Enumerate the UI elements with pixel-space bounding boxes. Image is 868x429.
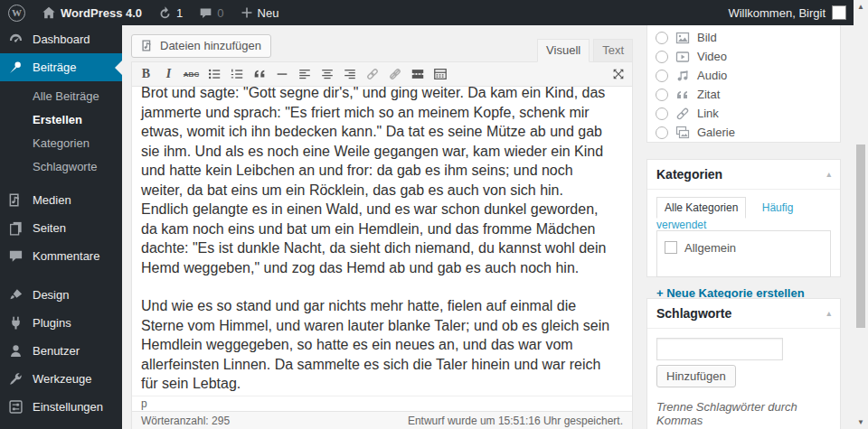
bullet-list-icon xyxy=(207,67,222,81)
format-option-zitat: Zitat xyxy=(647,85,840,104)
beitraege-submenu: Alle Beiträge Erstellen Kategorien Schla… xyxy=(0,81,122,186)
site-link[interactable]: WordPress 4.0 xyxy=(33,0,150,25)
editor-box: B I ABC xyxy=(131,61,633,429)
tags-title: Schlagworte xyxy=(656,306,731,321)
tab-all-categories[interactable]: Alle Kategorien xyxy=(656,197,746,219)
sidebar-item-benutzer[interactable]: Benutzer xyxy=(0,337,122,365)
editor-statusbar: Wörteranzahl: 295 Entwurf wurde um 15:51… xyxy=(132,411,632,429)
tag-hint: Trenne Schlagwörter durch Kommas xyxy=(656,400,831,427)
sidebar-item-kommentare[interactable]: Kommentare xyxy=(0,242,122,270)
comments-indicator[interactable]: 0 xyxy=(191,0,231,25)
wordpress-logo-icon: W xyxy=(8,5,25,22)
align-left-button[interactable] xyxy=(293,64,316,85)
plug-icon xyxy=(8,315,24,331)
new-content-menu[interactable]: Neu xyxy=(232,0,288,25)
collapse-toggle-icon[interactable]: ▴ xyxy=(826,170,831,179)
updates-indicator[interactable]: 1 xyxy=(150,0,191,25)
comments-icon xyxy=(8,248,24,264)
tag-input[interactable] xyxy=(656,338,783,360)
site-name: WordPress 4.0 xyxy=(61,6,142,20)
sidebar-item-dashboard[interactable]: Dashboard xyxy=(0,25,122,53)
update-icon xyxy=(158,6,172,20)
more-tag-button[interactable] xyxy=(406,64,429,85)
format-radio-audio[interactable] xyxy=(656,70,668,82)
new-label: Neu xyxy=(258,6,279,20)
editor-content[interactable]: Brot und sagte: "Gott segne dir's," und … xyxy=(132,87,632,396)
category-checklist: Allgemein xyxy=(656,230,831,277)
align-right-icon xyxy=(343,67,357,81)
add-tag-button[interactable]: Hinzufügen xyxy=(656,365,736,387)
avatar xyxy=(832,5,846,20)
category-label: Allgemein xyxy=(684,241,736,255)
sidebar-item-seiten[interactable]: Seiten xyxy=(0,214,122,242)
link-button[interactable] xyxy=(361,64,383,85)
word-count: Wörteranzahl: 295 xyxy=(141,415,230,427)
pages-icon xyxy=(8,220,24,236)
align-right-button[interactable] xyxy=(338,64,361,85)
update-count: 1 xyxy=(176,6,183,20)
numbered-list-button[interactable] xyxy=(225,64,248,85)
unlink-button[interactable] xyxy=(383,64,406,85)
tags-box: Schlagworte ▴ Hinzufügen Trenne Schlagwö… xyxy=(646,298,841,429)
blockquote-icon xyxy=(252,67,267,81)
align-center-button[interactable] xyxy=(316,64,338,85)
bold-button[interactable]: B xyxy=(135,64,157,85)
collapse-toggle-icon[interactable]: ▴ xyxy=(826,309,831,318)
blockquote-button[interactable] xyxy=(248,64,270,85)
format-option-audio: Audio xyxy=(647,66,840,85)
tab-visual[interactable]: Visuell xyxy=(537,39,590,62)
submenu-kategorien[interactable]: Kategorien xyxy=(0,132,122,155)
sidebar-item-werkzeuge[interactable]: Werkzeuge xyxy=(0,365,122,393)
sidebar-item-beitraege[interactable]: Beiträge xyxy=(0,53,122,81)
submenu-erstellen[interactable]: Erstellen xyxy=(0,108,122,132)
link-icon xyxy=(675,107,690,121)
comment-bubble-icon xyxy=(199,6,212,20)
format-radio-zitat[interactable] xyxy=(656,89,668,101)
format-option-video: Video xyxy=(647,47,840,66)
toolbar-toggle-button[interactable] xyxy=(429,64,451,85)
link-icon xyxy=(365,67,380,81)
admin-bar: W WordPress 4.0 1 0 Neu Will xyxy=(0,0,854,25)
submenu-schlagworte[interactable]: Schlagworte xyxy=(0,155,122,179)
page-scrollbar[interactable]: ▲ ▼ xyxy=(854,0,868,429)
horizontal-rule-button[interactable] xyxy=(270,64,293,85)
quote-icon xyxy=(675,88,690,102)
sidebar-item-plugins[interactable]: Plugins xyxy=(0,309,122,337)
scroll-up-arrow[interactable]: ▲ xyxy=(854,3,868,11)
toolbar-toggle-icon xyxy=(433,67,448,81)
howdy-menu[interactable]: Willkommen, Birgit xyxy=(728,6,826,20)
sidebar-item-einstellungen[interactable]: Einstellungen xyxy=(0,393,122,421)
format-option-link: Link xyxy=(647,104,840,123)
format-radio-link[interactable] xyxy=(656,107,668,120)
format-option-bild: Bild xyxy=(647,28,840,47)
user-icon xyxy=(8,343,24,359)
wp-logo-menu[interactable]: W xyxy=(0,0,33,25)
format-radio-bild[interactable] xyxy=(656,32,668,44)
video-icon xyxy=(675,50,690,64)
audio-icon xyxy=(675,69,690,83)
fullscreen-button[interactable] xyxy=(607,64,629,85)
unlink-icon xyxy=(388,67,402,81)
more-tag-icon xyxy=(410,67,425,81)
main-content: Dateien hinzufügen Visuell Text B I ABC xyxy=(122,25,854,429)
autosave-status: Entwurf wurde um 15:51:16 Uhr gespeicher… xyxy=(408,415,623,427)
sidebar-item-design[interactable]: Design xyxy=(0,281,122,309)
italic-button[interactable]: I xyxy=(157,64,180,85)
format-option-galerie: Galerie xyxy=(647,123,840,142)
add-media-button[interactable]: Dateien hinzufügen xyxy=(131,34,271,58)
format-box: Bild Video Audio xyxy=(646,25,841,143)
submenu-alle-beitraege[interactable]: Alle Beiträge xyxy=(0,85,122,108)
numbered-list-icon xyxy=(230,67,244,81)
element-path[interactable]: p xyxy=(132,396,632,411)
strikethrough-button[interactable]: ABC xyxy=(180,64,203,85)
sidebar-item-medien[interactable]: Medien xyxy=(0,186,122,214)
format-radio-galerie[interactable] xyxy=(656,126,668,139)
tab-text[interactable]: Text xyxy=(593,39,633,61)
bullet-list-button[interactable] xyxy=(203,64,225,85)
format-radio-video[interactable] xyxy=(656,51,668,63)
scroll-down-arrow[interactable]: ▼ xyxy=(854,418,868,426)
paragraph: Und wie es so stand und gar nichts mehr … xyxy=(141,296,612,394)
category-checkbox[interactable] xyxy=(665,241,677,254)
scrollbar-thumb[interactable] xyxy=(856,145,865,328)
comment-count: 0 xyxy=(217,6,223,20)
